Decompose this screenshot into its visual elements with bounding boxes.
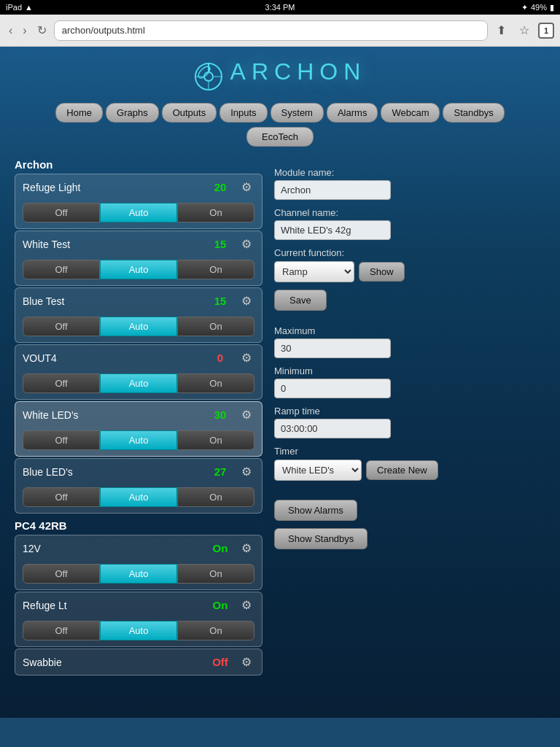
ctrl-white-test-off[interactable]: Off — [23, 260, 100, 279]
gear-12v[interactable]: ⚙ — [238, 540, 254, 557]
save-button[interactable]: Save — [274, 290, 327, 311]
output-vout4: VOUT4 0 ⚙ Off Auto On — [15, 344, 262, 400]
gear-white-test[interactable]: ⚙ — [238, 236, 254, 252]
nav-ecotech[interactable]: EcoTech — [246, 127, 314, 147]
ctrl-refuge-light-off[interactable]: Off — [23, 203, 100, 222]
gear-blue-leds[interactable]: ⚙ — [238, 463, 254, 480]
ctrl-blue-test-off[interactable]: Off — [23, 317, 100, 336]
output-value-blue-leds: 27 — [202, 465, 238, 478]
output-value-white-leds: 30 — [202, 409, 238, 421]
ctrl-vout4-on[interactable]: On — [177, 374, 254, 393]
bluetooth-icon: ✦ — [521, 3, 528, 12]
output-white-test: White Test 15 ⚙ Off Auto On — [15, 231, 262, 286]
url-input[interactable] — [54, 20, 488, 41]
ocean-background: ARCHON Home Graphs Outputs Inputs System… — [0, 47, 560, 718]
nav-bar: Home Graphs Outputs Inputs System Alarms… — [0, 98, 560, 127]
output-name-white-test: White Test — [23, 239, 202, 250]
ctrl-refuge-lt-off[interactable]: Off — [23, 621, 100, 640]
ctrl-refuge-light-auto[interactable]: Auto — [100, 203, 177, 222]
logo-area: ARCHON — [0, 47, 560, 98]
ctrl-blue-leds-auto[interactable]: Auto — [100, 487, 177, 507]
ctrl-12v-off[interactable]: Off — [23, 564, 100, 584]
ctrl-refuge-lt-on[interactable]: On — [177, 621, 254, 640]
back-button[interactable]: ‹ — [6, 21, 15, 40]
output-name-blue-leds: Blue LED's — [23, 466, 202, 478]
gear-white-leds[interactable]: ⚙ — [238, 406, 254, 423]
function-row: Ramp On/Off Sine Linear Show — [274, 261, 545, 282]
ctrl-white-test-on[interactable]: On — [177, 260, 254, 279]
create-new-button[interactable]: Create New — [366, 460, 438, 480]
ctrl-blue-test-auto[interactable]: Auto — [100, 317, 177, 336]
wifi-icon: ▲ — [25, 3, 33, 12]
section-pc4-title: PC4 42RB — [15, 515, 262, 535]
output-name-swabbie: Swabbie — [23, 657, 202, 668]
ctrl-white-leds-on[interactable]: On — [177, 430, 254, 450]
ctrl-vout4-off[interactable]: Off — [23, 374, 100, 393]
section-archon-title: Archon — [15, 154, 262, 174]
ctrl-white-leds-off[interactable]: Off — [23, 430, 100, 450]
app-title: ARCHON — [230, 58, 367, 85]
output-name-vout4: VOUT4 — [23, 352, 202, 364]
module-name-label: Module name: — [274, 167, 545, 178]
ramp-time-input[interactable] — [274, 419, 391, 438]
left-panel: Archon Refuge Light 20 ⚙ Off Auto On Whi… — [15, 154, 262, 677]
forward-button[interactable]: › — [20, 21, 29, 40]
output-name-white-leds: White LED's — [23, 409, 202, 421]
ctrl-12v-auto[interactable]: Auto — [100, 564, 177, 584]
tab-count[interactable]: 1 — [538, 23, 554, 39]
function-select[interactable]: Ramp On/Off Sine Linear — [274, 261, 354, 282]
reload-button[interactable]: ↻ — [34, 20, 50, 40]
show-standbys-button[interactable]: Show Standbys — [274, 528, 368, 549]
ctrl-vout4-auto[interactable]: Auto — [100, 374, 177, 393]
nav-alarms[interactable]: Alarms — [327, 103, 378, 123]
nav-standbys[interactable]: Standbys — [443, 103, 504, 123]
output-value-swabbie: Off — [202, 656, 238, 668]
module-name-input[interactable] — [274, 180, 391, 200]
bookmark-button[interactable]: ☆ — [515, 20, 534, 40]
nav-inputs[interactable]: Inputs — [219, 103, 267, 123]
output-name-refuge-lt: Refuge Lt — [23, 600, 202, 611]
nav-graphs[interactable]: Graphs — [106, 103, 159, 123]
nav-webcam[interactable]: Webcam — [381, 103, 440, 123]
output-value-refuge-lt: On — [202, 599, 238, 611]
nav-outputs[interactable]: Outputs — [162, 103, 217, 123]
timer-label: Timer — [274, 446, 545, 457]
gear-refuge-light[interactable]: ⚙ — [238, 179, 254, 196]
ramp-time-label: Ramp time — [274, 406, 545, 417]
output-name-12v: 12V — [23, 543, 202, 554]
minimum-label: Minimum — [274, 365, 545, 376]
ctrl-refuge-lt-auto[interactable]: Auto — [100, 621, 177, 640]
output-blue-test: Blue Test 15 ⚙ Off Auto On — [15, 287, 262, 343]
ctrl-blue-leds-on[interactable]: On — [177, 487, 254, 507]
ctrl-white-test-auto[interactable]: Auto — [100, 260, 177, 279]
main-content: Archon Refuge Light 20 ⚙ Off Auto On Whi… — [0, 154, 560, 677]
channel-name-label: Channel name: — [274, 207, 545, 218]
minimum-input[interactable] — [274, 379, 391, 398]
gear-blue-test[interactable]: ⚙ — [238, 293, 254, 309]
current-function-label: Current function: — [274, 247, 545, 258]
share-button[interactable]: ⬆ — [492, 20, 510, 40]
channel-name-input[interactable] — [274, 220, 391, 240]
gear-swabbie[interactable]: ⚙ — [238, 654, 254, 670]
gear-vout4[interactable]: ⚙ — [238, 349, 254, 366]
timer-select[interactable]: White LED's Blue LED's Refuge Light — [274, 460, 362, 481]
maximum-input[interactable] — [274, 338, 391, 358]
ctrl-refuge-light-on[interactable]: On — [177, 203, 254, 222]
nav-system[interactable]: System — [271, 103, 324, 123]
show-alarms-button[interactable]: Show Alarms — [274, 500, 357, 521]
time-display: 3:34 PM — [265, 3, 295, 12]
output-value-white-test: 15 — [202, 238, 238, 250]
ctrl-12v-on[interactable]: On — [177, 564, 254, 584]
show-function-button[interactable]: Show — [359, 262, 405, 282]
output-refuge-light: Refuge Light 20 ⚙ Off Auto On — [15, 174, 262, 229]
nav-home[interactable]: Home — [55, 103, 103, 123]
ctrl-blue-test-on[interactable]: On — [177, 317, 254, 336]
status-bar: iPad ▲ 3:34 PM ✦ 49% ▮ — [0, 0, 560, 15]
ctrl-blue-leds-off[interactable]: Off — [23, 487, 100, 507]
timer-row: White LED's Blue LED's Refuge Light Crea… — [274, 460, 545, 481]
output-value-refuge-light: 20 — [202, 181, 238, 193]
output-blue-leds: Blue LED's 27 ⚙ Off Auto On — [15, 458, 262, 514]
output-name-refuge-light: Refuge Light — [23, 182, 202, 193]
ctrl-white-leds-auto[interactable]: Auto — [100, 430, 177, 450]
gear-refuge-lt[interactable]: ⚙ — [238, 597, 254, 614]
